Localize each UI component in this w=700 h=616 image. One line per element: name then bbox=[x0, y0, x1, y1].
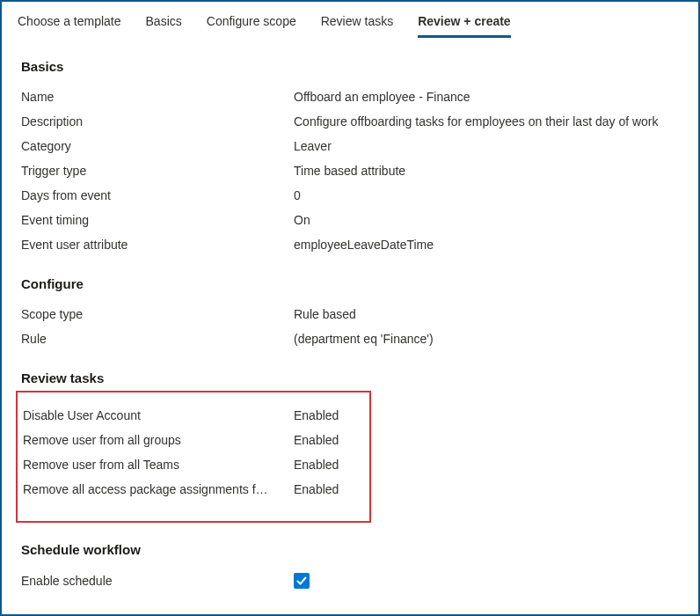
task-value: Enabled bbox=[294, 408, 364, 422]
value-description: Configure offboarding tasks for employee… bbox=[294, 114, 679, 128]
value-name: Offboard an employee - Finance bbox=[294, 90, 679, 104]
row-category: Category Leaver bbox=[21, 134, 679, 158]
task-value: Enabled bbox=[294, 458, 364, 472]
task-row: Remove all access package assignments fo… bbox=[23, 477, 364, 502]
row-enable-schedule: Enable schedule bbox=[21, 568, 679, 594]
label-days-from-event: Days from event bbox=[21, 188, 294, 202]
section-title-basics: Basics bbox=[21, 59, 679, 74]
label-scope-type: Scope type bbox=[21, 307, 294, 321]
row-event-timing: Event timing On bbox=[21, 208, 679, 232]
tab-bar: Choose a template Basics Configure scope… bbox=[2, 2, 698, 38]
row-trigger-type: Trigger type Time based attribute bbox=[21, 158, 679, 183]
label-event-timing: Event timing bbox=[21, 213, 294, 227]
label-event-user-attribute: Event user attribute bbox=[21, 238, 294, 252]
value-event-timing: On bbox=[294, 213, 679, 227]
tab-review-tasks[interactable]: Review tasks bbox=[321, 11, 393, 38]
label-name: Name bbox=[21, 90, 294, 104]
row-rule: Rule (department eq 'Finance') bbox=[21, 326, 679, 351]
row-days-from-event: Days from event 0 bbox=[21, 183, 679, 208]
checkmark-icon bbox=[296, 576, 307, 586]
task-label: Remove user from all Teams bbox=[23, 458, 294, 472]
row-description: Description Configure offboarding tasks … bbox=[21, 109, 679, 134]
value-rule: (department eq 'Finance') bbox=[294, 332, 679, 346]
label-trigger-type: Trigger type bbox=[21, 164, 294, 178]
task-label: Remove all access package assignments fo… bbox=[23, 482, 294, 496]
label-category: Category bbox=[21, 139, 294, 153]
label-description: Description bbox=[21, 114, 294, 128]
row-event-user-attribute: Event user attribute employeeLeaveDateTi… bbox=[21, 232, 679, 257]
tab-configure-scope[interactable]: Configure scope bbox=[207, 11, 296, 38]
row-name: Name Offboard an employee - Finance bbox=[21, 84, 679, 109]
task-row: Disable User Account Enabled bbox=[23, 403, 364, 428]
value-days-from-event: 0 bbox=[294, 188, 679, 202]
task-row: Remove user from all groups Enabled bbox=[23, 428, 364, 452]
label-enable-schedule: Enable schedule bbox=[21, 574, 294, 588]
main-content: Basics Name Offboard an employee - Finan… bbox=[2, 38, 698, 612]
tab-review-create[interactable]: Review + create bbox=[418, 11, 510, 38]
section-title-review-tasks: Review tasks bbox=[21, 370, 679, 385]
value-scope-type: Rule based bbox=[294, 307, 679, 321]
tab-choose-template[interactable]: Choose a template bbox=[18, 11, 121, 38]
value-category: Leaver bbox=[294, 139, 679, 153]
task-label: Disable User Account bbox=[23, 408, 294, 422]
section-title-schedule-workflow: Schedule workflow bbox=[21, 542, 679, 557]
task-value: Enabled bbox=[294, 482, 364, 496]
value-trigger-type: Time based attribute bbox=[294, 164, 679, 178]
value-event-user-attribute: employeeLeaveDateTime bbox=[294, 238, 679, 252]
task-value: Enabled bbox=[294, 433, 364, 447]
row-scope-type: Scope type Rule based bbox=[21, 302, 679, 326]
tab-basics[interactable]: Basics bbox=[146, 11, 182, 38]
section-title-configure: Configure bbox=[21, 276, 679, 291]
label-rule: Rule bbox=[21, 332, 294, 346]
task-label: Remove user from all groups bbox=[23, 433, 294, 447]
checkbox-enable-schedule[interactable] bbox=[294, 573, 310, 589]
review-tasks-highlight-box: Disable User Account Enabled Remove user… bbox=[16, 391, 371, 523]
task-row: Remove user from all Teams Enabled bbox=[23, 452, 364, 477]
